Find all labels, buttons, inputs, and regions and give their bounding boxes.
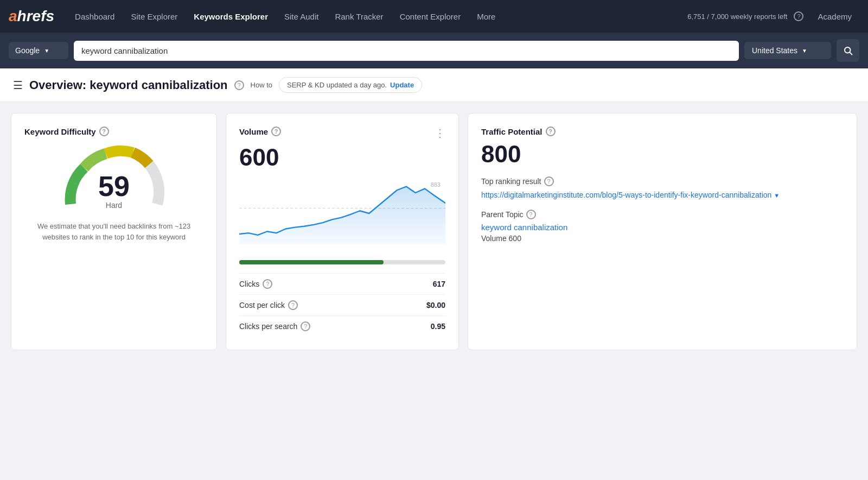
parent-topic-help-icon[interactable]: ? <box>526 210 536 219</box>
logo-hrefs: hrefs <box>17 8 54 25</box>
cps-label-text: Clicks per search <box>239 322 297 331</box>
traffic-number: 800 <box>481 141 844 168</box>
volume-card: Volume ? ⋮ 600 883 <box>226 113 459 350</box>
clicks-help-icon[interactable]: ? <box>263 279 272 289</box>
top-ranking-help-icon[interactable]: ? <box>544 176 554 186</box>
engine-dropdown-icon: ▼ <box>44 48 62 54</box>
country-select[interactable]: United States ▼ <box>744 42 831 59</box>
update-link[interactable]: Update <box>390 81 414 89</box>
parent-topic-link[interactable]: keyword cannibalization <box>481 223 844 232</box>
search-bar: Google ▼ United States ▼ <box>0 33 868 68</box>
gauge-difficulty-label: Hard <box>106 201 122 210</box>
weekly-reports: 6,751 / 7,000 weekly reports left <box>687 12 787 21</box>
kd-label: Keyword Difficulty ? <box>24 127 203 136</box>
nav-more[interactable]: More <box>469 8 503 26</box>
logo[interactable]: ahrefs <box>9 8 54 25</box>
cps-help-icon[interactable]: ? <box>301 321 310 331</box>
traffic-card: Traffic Potential ? 800 Top ranking resu… <box>468 113 857 350</box>
chart-svg: 883 <box>239 175 445 251</box>
volume-label-text: Volume <box>239 127 268 136</box>
search-icon <box>843 46 853 55</box>
overview-header: ☰ Overview: keyword cannibalization ? Ho… <box>0 68 868 102</box>
gauge-svg: 59 Hard <box>54 142 174 212</box>
cps-label: Clicks per search ? <box>239 321 310 331</box>
traffic-help-icon[interactable]: ? <box>546 127 556 136</box>
volume-header: Volume ? ⋮ <box>239 127 445 140</box>
svg-text:883: 883 <box>431 182 441 188</box>
parent-topic-label-text: Parent Topic <box>481 210 524 219</box>
cpc-label-text: Cost per click <box>239 301 285 310</box>
volume-note: Volume 600 <box>481 234 844 243</box>
volume-chart: 883 <box>239 175 445 254</box>
overview-title: Overview: keyword cannibalization <box>29 78 228 92</box>
nav-links: Dashboard Site Explorer Keywords Explore… <box>67 8 503 26</box>
cpc-help-icon[interactable]: ? <box>288 300 298 310</box>
top-ranking-url-text: https://digitalmarketinginstitute.com/bl… <box>481 191 771 199</box>
traffic-label-text: Traffic Potential <box>481 127 542 136</box>
country-dropdown-icon: ▼ <box>802 48 807 54</box>
update-notice: SERP & KD updated a day ago. Update <box>279 77 422 93</box>
nav-content-explorer[interactable]: Content Explorer <box>392 8 469 26</box>
cpc-row: Cost per click ? $0.00 <box>239 294 445 315</box>
volume-help-icon[interactable]: ? <box>271 127 281 136</box>
clicks-label: Clicks ? <box>239 279 272 289</box>
kd-description: We estimate that you'll need backlinks f… <box>24 221 203 242</box>
parent-topic-label: Parent Topic ? <box>481 210 844 219</box>
cps-row: Clicks per search ? 0.95 <box>239 315 445 337</box>
engine-select[interactable]: Google ▼ <box>9 42 68 59</box>
kd-help-icon[interactable]: ? <box>99 127 109 136</box>
update-notice-text: SERP & KD updated a day ago. <box>287 81 387 89</box>
gauge-score: 59 <box>98 170 130 202</box>
progress-bar-fill <box>239 260 384 264</box>
nav-keywords-explorer[interactable]: Keywords Explorer <box>186 8 276 26</box>
volume-number: 600 <box>239 144 445 171</box>
top-ranking-dropdown-icon[interactable]: ▼ <box>774 192 780 199</box>
clicks-label-text: Clicks <box>239 280 259 288</box>
traffic-label: Traffic Potential ? <box>481 127 844 136</box>
kd-card: Keyword Difficulty ? 59 Hard We esti <box>11 113 217 350</box>
progress-bar <box>239 260 445 264</box>
main-nav: ahrefs Dashboard Site Explorer Keywords … <box>0 0 868 33</box>
nav-site-audit[interactable]: Site Audit <box>277 8 326 26</box>
top-ranking-label: Top ranking result ? <box>481 176 844 186</box>
top-ranking-url[interactable]: https://digitalmarketinginstitute.com/bl… <box>481 190 844 201</box>
svg-line-1 <box>850 52 852 54</box>
main-content: Keyword Difficulty ? 59 Hard We esti <box>0 102 868 361</box>
hamburger-icon[interactable]: ☰ <box>13 79 23 92</box>
keyword-input[interactable] <box>74 41 739 61</box>
how-to-link[interactable]: How to <box>251 81 272 89</box>
nav-dashboard[interactable]: Dashboard <box>67 8 122 26</box>
cpc-label: Cost per click ? <box>239 300 298 310</box>
overview-help-icon[interactable]: ? <box>234 80 244 90</box>
volume-label: Volume ? <box>239 127 281 136</box>
svg-marker-4 <box>239 187 445 244</box>
country-label: United States <box>752 46 797 55</box>
kd-label-text: Keyword Difficulty <box>24 127 96 136</box>
engine-label: Google <box>15 46 40 55</box>
cps-value: 0.95 <box>431 322 445 331</box>
cpc-value: $0.00 <box>426 301 445 310</box>
nav-right: 6,751 / 7,000 weekly reports left ? Acad… <box>687 8 859 26</box>
clicks-row: Clicks ? 617 <box>239 273 445 294</box>
nav-site-explorer[interactable]: Site Explorer <box>123 8 185 26</box>
clicks-value: 617 <box>433 280 445 288</box>
search-button[interactable] <box>837 39 859 62</box>
help-icon[interactable]: ? <box>794 11 803 21</box>
nav-rank-tracker[interactable]: Rank Tracker <box>327 8 391 26</box>
gauge-container: 59 Hard <box>24 142 203 212</box>
more-options-icon[interactable]: ⋮ <box>435 127 445 140</box>
top-ranking-label-text: Top ranking result <box>481 177 541 186</box>
logo-a: a <box>9 8 17 25</box>
nav-academy[interactable]: Academy <box>810 8 859 26</box>
